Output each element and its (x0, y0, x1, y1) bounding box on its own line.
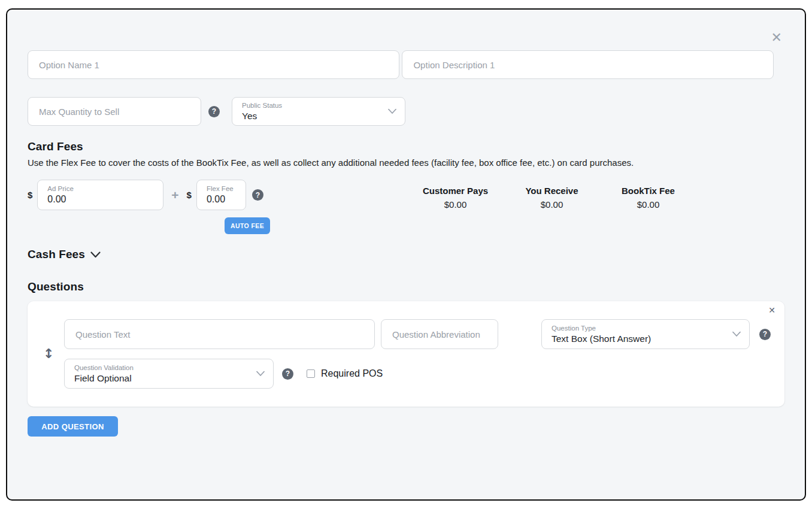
stat-value: $0.00 (407, 199, 504, 210)
chevron-down-icon (256, 371, 265, 377)
stat-label: Customer Pays (407, 186, 504, 196)
question-type-select[interactable]: Question Type Text Box (Short Answer) (541, 319, 750, 349)
max-quantity-help-icon[interactable]: ? (208, 106, 220, 117)
auto-fee-button[interactable]: AUTO FEE (225, 217, 270, 234)
option-name-input[interactable] (28, 50, 399, 79)
flex-fee-help-icon[interactable]: ? (252, 189, 263, 201)
question-row-1: Question Type Text Box (Short Answer) ? (64, 319, 772, 349)
ad-price-label: Ad Price (47, 184, 153, 193)
flex-fee-input[interactable] (207, 193, 236, 206)
required-pos-label: Required POS (321, 368, 383, 379)
question-validation-label: Question Validation (74, 363, 263, 372)
question-text-input[interactable] (64, 319, 375, 349)
card-fees-description: Use the Flex Fee to cover the costs of t… (28, 157, 784, 168)
drag-handle-icon[interactable]: ↕ (43, 347, 51, 360)
add-question-button[interactable]: ADD QUESTION (28, 416, 118, 437)
required-pos-option: Required POS (307, 368, 383, 379)
question-validation-value: Field Optional (74, 372, 263, 384)
stat-you-receive: You Receive $0.00 (504, 186, 600, 210)
flex-fee-label: Flex Fee (207, 184, 236, 193)
option-editor-modal: ✕ ? Public Status Yes Card Fees Use the … (6, 8, 806, 501)
quantity-status-row: ? Public Status Yes (28, 97, 784, 126)
question-type-help-icon[interactable]: ? (759, 329, 771, 340)
card-fees-title: Card Fees (28, 140, 784, 153)
question-validation-select[interactable]: Question Validation Field Optional (64, 359, 274, 389)
max-quantity-input[interactable] (28, 97, 201, 126)
public-status-value: Yes (242, 110, 395, 122)
question-card-content: Question Type Text Box (Short Answer) ? … (64, 319, 772, 389)
stat-booktix-fee: BookTix Fee $0.00 (600, 186, 696, 210)
card-fee-row: $ Ad Price + $ Flex Fee ? Customer Pays … (28, 180, 784, 210)
stat-value: $0.00 (504, 199, 600, 210)
question-type-label: Question Type (552, 324, 740, 332)
chevron-down-icon (90, 252, 101, 258)
public-status-label: Public Status (242, 101, 395, 110)
plus-icon: + (171, 189, 178, 201)
chevron-down-icon (388, 109, 396, 114)
question-abbreviation-input[interactable] (381, 319, 498, 349)
fee-stats: Customer Pays $0.00 You Receive $0.00 Bo… (407, 186, 696, 210)
required-pos-checkbox[interactable] (307, 369, 315, 378)
stat-value: $0.00 (600, 199, 696, 210)
option-description-input[interactable] (402, 50, 774, 79)
question-card: ✕ ↕ Question Type Text Box (Short Answer… (28, 301, 784, 407)
ad-price-input[interactable] (47, 193, 153, 206)
question-row-2: Question Validation Field Optional ? Req… (64, 359, 772, 389)
cash-fees-title: Cash Fees (28, 248, 85, 261)
ad-price-field[interactable]: Ad Price (37, 180, 163, 210)
stat-customer-pays: Customer Pays $0.00 (407, 186, 504, 210)
cash-fees-toggle[interactable]: Cash Fees (28, 248, 784, 261)
dollar-sign: $ (187, 190, 192, 200)
close-icon[interactable]: ✕ (771, 31, 782, 44)
remove-question-icon[interactable]: ✕ (768, 306, 775, 314)
flex-fee-field[interactable]: Flex Fee (196, 180, 246, 210)
question-validation-help-icon[interactable]: ? (282, 368, 293, 380)
dollar-sign: $ (28, 190, 32, 200)
questions-title: Questions (28, 280, 784, 293)
question-type-value: Text Box (Short Answer) (552, 333, 740, 345)
stat-label: You Receive (504, 186, 600, 196)
stat-label: BookTix Fee (600, 186, 696, 196)
chevron-down-icon (732, 332, 741, 337)
public-status-select[interactable]: Public Status Yes (232, 97, 405, 126)
